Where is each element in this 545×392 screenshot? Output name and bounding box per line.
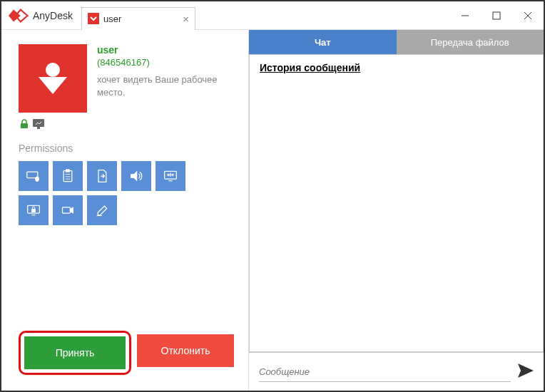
chat-input-row <box>249 352 544 391</box>
app-window: AnyDesk user × user (846546167) хоче <box>0 0 545 392</box>
accept-button[interactable]: Принять <box>24 336 126 369</box>
actions-row: Принять Отклонить <box>19 331 234 379</box>
perm-keyboard-mouse[interactable] <box>19 161 49 191</box>
app-logo-icon <box>9 6 29 26</box>
svg-rect-26 <box>32 209 36 212</box>
user-name: user <box>97 44 234 56</box>
svg-marker-31 <box>518 363 534 378</box>
window-controls <box>449 1 544 30</box>
chat-tabs: Чат Передача файлов <box>249 30 544 54</box>
perm-clipboard[interactable] <box>53 161 83 191</box>
lock-icon <box>19 118 30 130</box>
minimize-button[interactable] <box>449 1 481 30</box>
left-panel: user (846546167) хочет видеть Ваше рабоч… <box>1 30 248 391</box>
tab-avatar-icon <box>88 13 99 24</box>
svg-marker-29 <box>70 207 73 213</box>
svg-point-16 <box>36 177 39 182</box>
svg-point-6 <box>46 63 60 77</box>
permissions-heading: Permissions <box>19 143 234 154</box>
app-name: AnyDesk <box>33 10 73 21</box>
maximize-button[interactable] <box>481 1 512 30</box>
tab-file-transfer[interactable]: Передача файлов <box>397 30 544 54</box>
decline-button[interactable]: Отклонить <box>137 334 234 367</box>
perm-whiteboard[interactable] <box>87 195 117 225</box>
chat-body: История сообщений <box>249 54 544 352</box>
svg-rect-10 <box>37 127 40 129</box>
perm-privacy[interactable] <box>19 195 49 225</box>
chat-input[interactable] <box>259 362 511 382</box>
titlebar: AnyDesk user × <box>1 1 544 30</box>
status-icons <box>19 118 234 130</box>
perm-audio[interactable] <box>121 161 151 191</box>
close-icon[interactable]: × <box>183 13 189 25</box>
svg-rect-17 <box>63 171 72 182</box>
perm-record[interactable] <box>53 195 83 225</box>
svg-rect-3 <box>493 12 500 19</box>
user-row: user (846546167) хочет видеть Ваше рабоч… <box>19 44 234 113</box>
user-info: user (846546167) хочет видеть Ваше рабоч… <box>97 44 234 113</box>
send-button[interactable] <box>518 363 534 380</box>
tab-chat[interactable]: Чат <box>249 30 397 54</box>
svg-rect-28 <box>63 207 71 213</box>
permissions-grid <box>19 161 204 225</box>
svg-marker-7 <box>39 77 67 94</box>
chat-history-header: История сообщений <box>250 55 543 81</box>
monitor-icon <box>33 118 44 130</box>
session-tab[interactable]: user × <box>81 7 195 30</box>
perm-file-transfer[interactable] <box>87 161 117 191</box>
user-id: (846546167) <box>97 57 234 68</box>
svg-marker-22 <box>131 171 137 180</box>
close-button[interactable] <box>512 1 544 30</box>
svg-rect-8 <box>21 123 28 128</box>
content: user (846546167) хочет видеть Ваше рабоч… <box>1 30 544 391</box>
svg-rect-18 <box>66 170 70 172</box>
accept-highlight: Принять <box>19 331 131 375</box>
user-avatar <box>19 44 87 113</box>
right-panel: Чат Передача файлов История сообщений <box>248 30 544 391</box>
user-description: хочет видеть Ваше рабочее место. <box>97 73 234 99</box>
tab-title: user <box>103 14 121 24</box>
perm-display[interactable] <box>156 161 185 191</box>
